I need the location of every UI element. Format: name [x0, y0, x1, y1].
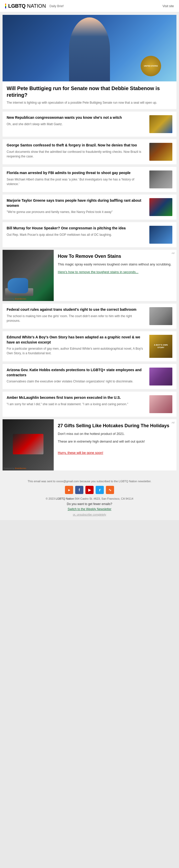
- article-thumbnail: [149, 170, 172, 188]
- trans-article-card: Federal court rules against trans studen…: [3, 304, 176, 329]
- ad-powered-label: Powered by BrainBerries: [4, 298, 26, 300]
- main-content: UNITED STATES Will Pete Buttigieg run fo…: [0, 12, 179, 475]
- article-desc: For a particular generation of gay men, …: [7, 346, 146, 355]
- article-title[interactable]: Marjorie Taylor Greene says trans people…: [7, 198, 146, 208]
- article-thumbnail: [149, 226, 172, 244]
- article-desc: Out Rep. Mark Pocan's quip about the GOP…: [7, 232, 146, 237]
- ad-title[interactable]: How To Remove Oven Stains: [58, 253, 172, 259]
- logo: LGBTQNATION Daily Brief: [5, 3, 63, 9]
- ad2-content: Ad 27 Gifts Selling Like Hotcakes During…: [54, 419, 176, 470]
- ad-badge: Ad: [172, 252, 174, 254]
- article-title[interactable]: Arizona Gov. Katie Hobbs extends protect…: [7, 368, 146, 377]
- footer: This email was sent to xxxxx@gmail.com b…: [0, 475, 179, 520]
- hobbs-article-card: Arizona Gov. Katie Hobbs extends protect…: [3, 364, 176, 389]
- hero-card: UNITED STATES Will Pete Buttigieg run fo…: [3, 15, 176, 109]
- ad-content: Ad How To Remove Oven Stains This magic …: [54, 250, 176, 301]
- amber-article-card: Amber McLaughlin becomes first trans per…: [3, 392, 176, 417]
- article-title[interactable]: Amber McLaughlin becomes first trans per…: [7, 395, 146, 400]
- rainbow-icon: [5, 4, 6, 9]
- hero-person: [69, 18, 110, 82]
- article-card: Marjorie Taylor Greene says trans people…: [3, 194, 176, 220]
- ad-card-oven: Powered by BrainBerries Ad How To Remove…: [3, 250, 176, 301]
- article-title[interactable]: Florida man arrested by FBI admits to po…: [7, 170, 146, 176]
- feed-icon[interactable]: ∿: [106, 486, 114, 494]
- hero-desc: The internet is lighting up with specula…: [7, 100, 172, 105]
- twitter-icon[interactable]: 𝕣: [96, 486, 104, 494]
- article-title[interactable]: New Republican congresswoman wants you k…: [7, 115, 146, 120]
- ad2-link[interactable]: Hurry, these will be gone soon!: [58, 451, 103, 455]
- article-desc: Conservatives claim the executive order …: [7, 379, 146, 384]
- article-desc: Court documents show that the admitted l…: [7, 150, 146, 159]
- ad-image: Powered by BrainBerries: [3, 250, 54, 301]
- article-text: George Santos confessed to theft & forge…: [7, 143, 146, 159]
- article-desc: The school is making him use the girls' …: [7, 314, 146, 323]
- header-subtitle: Daily Brief: [49, 4, 64, 8]
- logo-nation: NATION: [27, 3, 46, 9]
- article-thumbnail: [149, 143, 172, 161]
- header: LGBTQNATION Daily Brief Visit site: [0, 0, 179, 12]
- footer-unsub: or, unsubscribe completely: [4, 513, 175, 516]
- article-title[interactable]: Bill Murray for House Speaker? One congr…: [7, 226, 146, 231]
- ad2-product: [13, 434, 43, 454]
- article-text: Marjorie Taylor Greene says trans people…: [7, 198, 146, 214]
- footer-fewer-emails: Do you want to get fewer emails?: [4, 502, 175, 506]
- article-desc: Sean Michael Albert claims that the post…: [7, 177, 146, 186]
- article-text: Florida man arrested by FBI admits to po…: [7, 170, 146, 186]
- article-card: Bill Murray for House Speaker? One congr…: [3, 222, 176, 247]
- ad-link[interactable]: Here's how to remove the toughest stains…: [58, 270, 138, 274]
- article-card: Florida man arrested by FBI admits to po…: [3, 167, 176, 192]
- ad2-subdesc: These are in extremely high demand and w…: [58, 439, 172, 444]
- ad-desc: This magic spray easily removes toughest…: [58, 262, 172, 267]
- article-title[interactable]: Edmund White's A Boy's Own Story has bee…: [7, 335, 146, 345]
- visit-site-link[interactable]: Visit site: [163, 4, 174, 8]
- hero-seal: UNITED STATES: [141, 56, 161, 76]
- ad2-title[interactable]: 27 Gifts Selling Like Hotcakes During Th…: [58, 423, 172, 429]
- book-article-card: Edmund White's A Boy's Own Story has bee…: [3, 331, 176, 362]
- article-card: George Santos confessed to theft & forge…: [3, 139, 176, 164]
- logo-lgbtq: LGBTQ: [8, 3, 26, 9]
- article-thumbnail: [149, 368, 172, 385]
- article-desc: "I am sorry for what I did," she said in…: [7, 402, 146, 406]
- article-thumbnail: [149, 115, 172, 133]
- youtube-icon[interactable]: ▶: [85, 486, 94, 494]
- footer-weekly-link[interactable]: Switch to the Weekly Newsletter: [4, 507, 175, 511]
- footer-copyright: © 2023 LGBTQ Nation 564 Castro St. #623,…: [4, 497, 175, 500]
- ad-card-gifts: Powered by BrainBerries Ad 27 Gifts Sell…: [3, 419, 176, 470]
- ad2-powered-label: Powered by BrainBerries: [4, 467, 26, 469]
- article-text: Bill Murray for House Speaker? One congr…: [7, 226, 146, 237]
- article-text: Amber McLaughlin becomes first trans per…: [7, 395, 146, 406]
- article-thumbnail: [149, 198, 172, 216]
- article-text: New Republican congresswoman wants you k…: [7, 115, 146, 126]
- footer-email-notice: This email was sent to xxxxx@gmail.com b…: [4, 480, 175, 483]
- ad-hand: [8, 278, 28, 293]
- article-text: Edmund White's A Boy's Own Story has bee…: [7, 335, 146, 358]
- facebook-icon[interactable]: f: [75, 486, 83, 494]
- article-card: New Republican congresswoman wants you k…: [3, 112, 176, 137]
- rss-icon[interactable]: ▸: [65, 486, 73, 494]
- footer-unsub-link[interactable]: or, unsubscribe completely: [73, 513, 106, 516]
- article-thumbnail: [149, 395, 172, 413]
- article-text: Arizona Gov. Katie Hobbs extends protect…: [7, 368, 146, 384]
- article-thumbnail: [149, 307, 172, 325]
- article-title[interactable]: Federal court rules against trans studen…: [7, 307, 146, 312]
- article-desc: "We're gonna use pronouns and family nam…: [7, 210, 146, 214]
- article-title[interactable]: George Santos confessed to theft & forge…: [7, 143, 146, 148]
- hero-title[interactable]: Will Pete Buttigieg run for Senate now t…: [7, 85, 172, 98]
- hero-image: UNITED STATES: [3, 15, 176, 82]
- social-icons: ▸ f ▶ 𝕣 ∿: [4, 486, 175, 494]
- ad2-image: Powered by BrainBerries: [3, 419, 54, 470]
- article-text: Federal court rules against trans studen…: [7, 307, 146, 323]
- hero-text: Will Pete Buttigieg run for Senate now t…: [3, 82, 176, 109]
- ad2-desc: Don't miss out on the hottest product of…: [58, 431, 172, 436]
- footer-brand-link[interactable]: LGBTQ Nation: [56, 497, 74, 500]
- article-desc: Oh, and she didn't sleep with Matt Gaetz…: [7, 122, 146, 126]
- book-thumbnail: A BOY'S OWN STORY: [149, 335, 172, 358]
- ad2-badge: Ad: [172, 421, 174, 424]
